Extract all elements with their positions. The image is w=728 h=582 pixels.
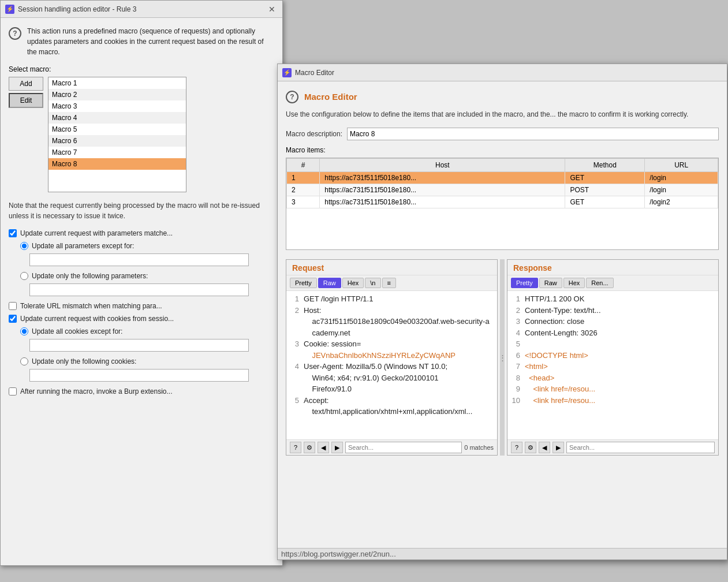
update-cookies-row: Update current request with cookies from… <box>9 315 274 323</box>
response-panel-header: Response <box>507 260 718 275</box>
macro-item-5[interactable]: Macro 5 <box>48 124 186 135</box>
status-url: https://blog.portswigger.net/2nun... <box>281 550 396 558</box>
tolerate-url-checkbox[interactable] <box>9 302 17 310</box>
update-only-cookies-label: Update only the following cookies: <box>32 357 136 365</box>
panel-divider[interactable]: ⋮ <box>500 259 505 456</box>
session-close-button[interactable]: ✕ <box>266 5 278 14</box>
macro-item-4[interactable]: Macro 4 <box>48 112 186 124</box>
macro-editor-heading: Macro Editor <box>304 92 357 102</box>
note-text: Note that the request currently being pr… <box>9 200 274 221</box>
col-url: URL <box>645 159 718 172</box>
req-tab-menu[interactable]: ≡ <box>382 278 396 288</box>
macro-item-8[interactable]: Macro 8 <box>48 158 186 170</box>
update-params-row: Update current request with parameters m… <box>9 229 274 237</box>
session-info-row: ? This action runs a predefined macro (s… <box>9 26 274 57</box>
request-code-area: 1GET /login HTTP/1.1 2Host: ac731f511f50… <box>286 291 497 439</box>
macro-editor-window: ⚡ Macro Editor ? Macro Editor Use the co… <box>277 64 727 560</box>
macro-item-6[interactable]: Macro 6 <box>48 135 186 147</box>
resp-tab-hex[interactable]: Hex <box>563 278 585 288</box>
tolerate-url-row: Tolerate URL mismatch when matching para… <box>9 302 274 310</box>
cell-method: GET <box>565 172 645 184</box>
cell-num: 3 <box>287 196 320 208</box>
request-tabs-row: Pretty Raw Hex \n ≡ <box>286 275 497 291</box>
select-macro-label: Select macro: <box>9 65 274 73</box>
resp-search-input[interactable] <box>566 442 715 453</box>
cell-url: /login <box>645 184 718 196</box>
macro-item-3[interactable]: Macro 3 <box>48 100 186 112</box>
resp-tab-raw[interactable]: Raw <box>539 278 562 288</box>
update-all-cookies-radio[interactable] <box>20 327 28 335</box>
update-all-cookies-row: Update all cookies except for: <box>20 327 274 335</box>
macro-item-2[interactable]: Macro 2 <box>48 89 186 100</box>
table-row[interactable]: 2 https://ac731f511f5018e180... POST /lo… <box>287 184 718 196</box>
resp-back-button[interactable]: ◀ <box>539 442 550 453</box>
session-title-text: Session handling action editor - Rule 3 <box>18 5 263 13</box>
update-only-params-input[interactable] <box>29 283 249 296</box>
update-all-params-row: Update all parameters except for: <box>20 242 274 250</box>
req-tab-hex[interactable]: Hex <box>342 278 364 288</box>
session-titlebar: ⚡ Session handling action editor - Rule … <box>1 1 282 18</box>
req-tab-pretty[interactable]: Pretty <box>290 278 317 288</box>
table-row[interactable]: 1 https://ac731f511f5018e180... GET /log… <box>287 172 718 184</box>
macro-item-7[interactable]: Macro 7 <box>48 147 186 158</box>
resp-forward-button[interactable]: ▶ <box>552 442 564 453</box>
update-params-checkbox[interactable] <box>9 229 17 237</box>
macro-items-label: Macro items: <box>286 146 719 154</box>
update-only-cookies-radio[interactable] <box>20 357 28 365</box>
after-macro-label: After running the macro, invoke a Burp e… <box>20 387 172 396</box>
cell-num: 1 <box>287 172 320 184</box>
table-row[interactable]: 3 https://ac731f511f5018e180... GET /log… <box>287 196 718 208</box>
after-macro-checkbox[interactable] <box>9 387 17 396</box>
update-only-params-radio[interactable] <box>20 272 28 280</box>
resp-settings-button[interactable]: ⚙ <box>525 442 536 453</box>
after-macro-row: After running the macro, invoke a Burp e… <box>9 387 274 396</box>
update-only-cookies-input[interactable] <box>29 369 249 382</box>
col-num: # <box>287 159 320 172</box>
tolerate-url-label: Tolerate URL mismatch when matching para… <box>20 302 162 310</box>
update-all-cookies-label: Update all cookies except for: <box>32 327 122 335</box>
macro-list[interactable]: Macro 1 Macro 2 Macro 3 Macro 4 Macro 5 … <box>48 77 186 192</box>
session-window: ⚡ Session handling action editor - Rule … <box>0 0 283 566</box>
req-matches: 0 matches <box>464 444 494 451</box>
req-resp-wrapper: Request Pretty Raw Hex \n ≡ 1GET /login … <box>286 259 719 456</box>
edit-macro-button[interactable]: Edit <box>9 93 43 108</box>
cell-num: 2 <box>287 184 320 196</box>
req-tab-raw[interactable]: Raw <box>318 278 341 288</box>
cell-url: /login2 <box>645 196 718 208</box>
macro-editor-titlebar: ⚡ Macro Editor <box>278 64 727 81</box>
status-bar: https://blog.portswigger.net/2nun... <box>278 548 727 559</box>
macro-buttons: Add Edit <box>9 77 43 192</box>
req-search-input[interactable] <box>345 442 462 453</box>
session-info-text: This action runs a predefined macro (seq… <box>27 26 274 57</box>
request-panel: Request Pretty Raw Hex \n ≡ 1GET /login … <box>286 259 498 456</box>
request-footer: ? ⚙ ◀ ▶ 0 matches <box>286 439 497 455</box>
request-panel-header: Request <box>286 260 497 275</box>
resp-tab-pretty[interactable]: Pretty <box>511 278 538 288</box>
update-all-params-radio[interactable] <box>20 242 28 250</box>
req-tab-newline[interactable]: \n <box>365 278 380 288</box>
cell-method: POST <box>565 184 645 196</box>
response-tabs-row: Pretty Raw Hex Ren... <box>507 275 718 291</box>
resp-tab-render[interactable]: Ren... <box>586 278 613 288</box>
session-title-icon: ⚡ <box>5 5 14 14</box>
macro-desc-input[interactable] <box>347 128 719 140</box>
req-settings-button[interactable]: ⚙ <box>304 442 315 453</box>
update-params-label: Update current request with parameters m… <box>20 229 173 237</box>
cell-host: https://ac731f511f5018e180... <box>320 172 565 184</box>
req-forward-button[interactable]: ▶ <box>331 442 343 453</box>
response-panel: Response Pretty Raw Hex Ren... 1HTTP/1.1… <box>507 259 719 456</box>
macro-item-1[interactable]: Macro 1 <box>48 77 186 89</box>
update-cookies-checkbox[interactable] <box>9 315 17 323</box>
req-back-button[interactable]: ◀ <box>318 442 329 453</box>
resp-help-button[interactable]: ? <box>511 442 522 453</box>
update-only-cookies-row: Update only the following cookies: <box>20 357 274 365</box>
macro-desc-label: Macro description: <box>286 130 342 138</box>
macro-editor-header: ? Macro Editor <box>286 89 719 103</box>
update-all-cookies-input[interactable] <box>29 339 249 352</box>
update-all-params-input[interactable] <box>29 253 249 266</box>
add-macro-button[interactable]: Add <box>9 77 43 91</box>
req-help-button[interactable]: ? <box>290 442 301 453</box>
macro-editor-info-icon: ? <box>286 91 298 103</box>
cell-method: GET <box>565 196 645 208</box>
macro-editor-title-text: Macro Editor <box>295 69 722 77</box>
